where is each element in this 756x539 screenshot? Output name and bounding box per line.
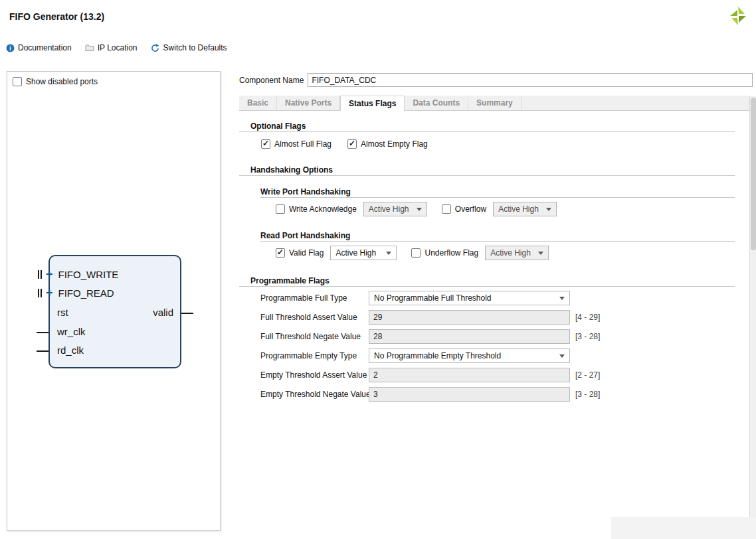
almost-empty-flag-label: Almost Empty Flag <box>361 139 428 149</box>
component-name-row: Component Name <box>239 73 753 87</box>
show-disabled-ports-checkbox[interactable] <box>13 77 22 86</box>
underflow-flag-polarity-select[interactable]: Active High <box>485 246 549 260</box>
ip-location-button[interactable]: IP Location <box>85 43 138 52</box>
documentation-label: Documentation <box>18 43 72 52</box>
window-title: FIFO Generator (13.2) <box>9 11 104 22</box>
tab-basic[interactable]: Basic <box>239 96 277 110</box>
fifo-generator-dialog: FIFO Generator (13.2) Documentation IP L… <box>0 0 756 539</box>
empty-threshold-assert-label: Empty Threshold Assert Value <box>260 370 369 380</box>
divider <box>239 286 735 287</box>
bus-port-icon <box>38 270 42 279</box>
refresh-icon <box>151 43 160 52</box>
underflow-flag-checkbox[interactable] <box>411 248 421 258</box>
full-threshold-assert-input[interactable] <box>369 310 570 325</box>
expand-plus-icon[interactable]: + <box>46 268 53 280</box>
expand-plus-icon[interactable]: + <box>46 287 53 299</box>
write-acknowledge-label: Write Acknowledge <box>289 204 357 214</box>
select-value: Active High <box>335 248 376 258</box>
switch-to-defaults-label: Switch to Defaults <box>163 43 227 52</box>
almost-empty-flag-checkbox[interactable] <box>347 139 357 149</box>
read-port-handshaking-title: Read Port Handshaking <box>260 231 350 240</box>
port-label-rd-clk: rd_clk <box>57 345 84 356</box>
vertical-scrollbar[interactable] <box>749 96 756 539</box>
port-stub-rd-clk <box>37 350 48 352</box>
status-flags-panel: Optional Flags Almost Full Flag Almost E… <box>239 111 749 539</box>
write-port-handshaking-title: Write Port Handshaking <box>260 187 351 196</box>
underflow-flag-label: Underflow Flag <box>425 248 478 258</box>
interface-label: FIFO_WRITE <box>58 269 119 280</box>
documentation-button[interactable]: Documentation <box>5 43 72 52</box>
divider <box>260 241 735 242</box>
full-threshold-negate-label: Full Threshold Negate Value <box>260 332 369 341</box>
valid-flag-polarity-select[interactable]: Active High <box>330 246 397 260</box>
write-acknowledge-checkbox[interactable] <box>276 204 285 214</box>
tab-status-flags[interactable]: Status Flags <box>340 96 405 111</box>
handshaking-options-title: Handshaking Options <box>250 165 333 175</box>
select-value: Active High <box>498 204 539 214</box>
chevron-down-icon <box>538 252 543 255</box>
select-value: Active High <box>490 248 531 258</box>
symbol-panel: Show disabled ports + FIFO_WRITE + FIFO_… <box>7 71 221 531</box>
full-threshold-assert-row: Full Threshold Assert Value [4 - 29] <box>260 310 600 325</box>
programmable-flags-title: Programmable Flags <box>250 276 330 285</box>
toolbar: Documentation IP Location Switch to Defa… <box>5 43 227 52</box>
tab-summary[interactable]: Summary <box>468 96 521 110</box>
empty-threshold-negate-label: Empty Threshold Negate Value <box>260 390 369 399</box>
empty-threshold-assert-input[interactable] <box>369 368 570 382</box>
programmable-empty-type-row: Programmable Empty Type No Programmable … <box>260 348 570 363</box>
switch-to-defaults-button[interactable]: Switch to Defaults <box>151 43 227 52</box>
chevron-down-icon <box>559 297 565 300</box>
overflow-label: Overflow <box>455 204 486 214</box>
optional-flags-title: Optional Flags <box>250 121 306 131</box>
select-value: No Programmable Full Threshold <box>374 293 492 303</box>
component-name-label: Component Name <box>239 76 304 85</box>
chevron-down-icon <box>559 354 565 358</box>
programmable-empty-type-label: Programmable Empty Type <box>260 351 369 360</box>
select-value: No Programmable Empty Threshold <box>374 351 501 360</box>
programmable-full-type-label: Programmable Full Type <box>260 293 369 303</box>
empty-threshold-negate-row: Empty Threshold Negate Value [3 - 28] <box>260 387 600 402</box>
programmable-full-type-row: Programmable Full Type No Programmable F… <box>260 291 570 305</box>
programmable-full-type-select[interactable]: No Programmable Full Threshold <box>369 291 570 305</box>
programmable-empty-type-select[interactable]: No Programmable Empty Threshold <box>369 348 570 363</box>
divider <box>260 197 735 198</box>
component-name-input[interactable] <box>308 73 753 87</box>
show-disabled-ports-label: Show disabled ports <box>26 77 98 86</box>
chevron-down-icon <box>386 252 391 255</box>
tab-data-counts[interactable]: Data Counts <box>405 96 468 110</box>
xilinx-logo <box>728 5 748 27</box>
almost-full-flag-checkbox[interactable] <box>261 139 270 149</box>
port-stub-wr-clk <box>37 332 48 333</box>
show-disabled-ports-row: Show disabled ports <box>13 77 98 86</box>
scrollbar-thumb[interactable] <box>751 98 756 250</box>
bus-port-icon <box>38 289 42 297</box>
empty-threshold-negate-input[interactable] <box>369 387 570 402</box>
chevron-down-icon <box>546 208 551 211</box>
select-value: Active High <box>369 204 409 214</box>
almost-full-flag-label: Almost Full Flag <box>274 139 331 149</box>
port-stub-valid <box>181 313 193 314</box>
full-threshold-negate-range: [3 - 28] <box>575 332 600 341</box>
port-label-rst: rst <box>57 307 68 318</box>
interface-label: FIFO_READ <box>58 287 114 299</box>
write-handshaking-row: Write Acknowledge Active High Overflow A… <box>276 202 557 216</box>
empty-threshold-assert-row: Empty Threshold Assert Value [2 - 27] <box>260 368 600 382</box>
tab-native-ports[interactable]: Native Ports <box>277 96 340 110</box>
chevron-down-icon <box>417 208 422 211</box>
valid-flag-checkbox[interactable] <box>276 248 285 258</box>
overflow-checkbox[interactable] <box>442 204 451 214</box>
ip-location-label: IP Location <box>98 43 138 52</box>
info-icon <box>5 43 15 52</box>
full-threshold-negate-row: Full Threshold Negate Value [3 - 28] <box>260 329 600 344</box>
interface-row-fifo-write: + FIFO_WRITE <box>38 268 118 281</box>
tab-bar: Basic Native Ports Status Flags Data Cou… <box>239 96 749 111</box>
valid-flag-label: Valid Flag <box>289 248 324 258</box>
divider <box>239 175 735 176</box>
write-acknowledge-polarity-select[interactable]: Active High <box>363 202 427 216</box>
port-label-wr-clk: wr_clk <box>57 326 86 337</box>
full-threshold-assert-range: [4 - 29] <box>575 313 600 322</box>
empty-threshold-assert-range: [2 - 27] <box>575 370 600 380</box>
port-label-valid: valid <box>140 307 173 318</box>
overflow-polarity-select[interactable]: Active High <box>493 202 557 216</box>
full-threshold-negate-input[interactable] <box>369 329 570 344</box>
